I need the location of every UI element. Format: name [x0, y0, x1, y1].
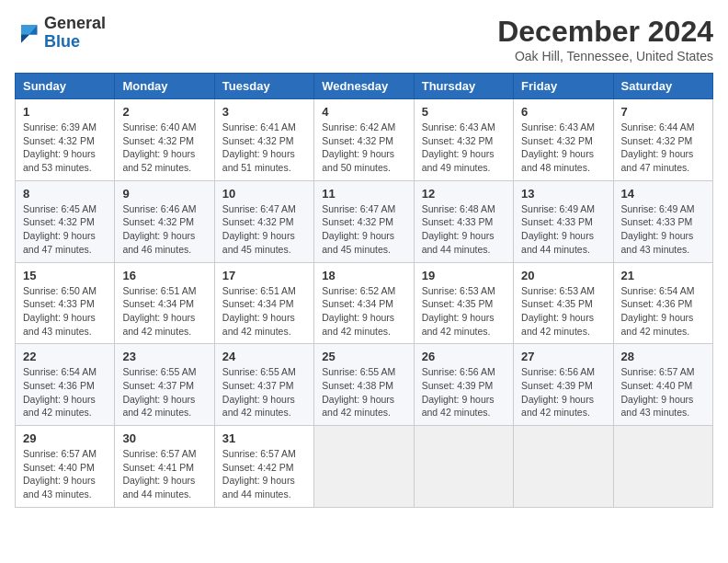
day-number: 6 [521, 105, 605, 119]
day-number: 2 [122, 105, 206, 119]
day-number: 14 [621, 187, 705, 201]
day-number: 27 [521, 350, 605, 363]
calendar-day-cell: 19Sunrise: 6:53 AMSunset: 4:35 PMDayligh… [414, 262, 513, 344]
day-detail: Sunrise: 6:39 AMSunset: 4:32 PMDaylight:… [23, 121, 107, 175]
calendar-day-cell: 23Sunrise: 6:55 AMSunset: 4:37 PMDayligh… [115, 344, 214, 426]
day-number: 12 [422, 187, 506, 201]
calendar-day-cell: 14Sunrise: 6:49 AMSunset: 4:33 PMDayligh… [613, 180, 712, 262]
day-detail: Sunrise: 6:47 AMSunset: 4:32 PMDaylight:… [322, 202, 405, 257]
day-number: 24 [222, 350, 306, 363]
calendar-day-cell: 3Sunrise: 6:41 AMSunset: 4:32 PMDaylight… [214, 99, 313, 181]
calendar-week-row: 22Sunrise: 6:54 AMSunset: 4:36 PMDayligh… [16, 344, 713, 426]
svg-marker-2 [21, 35, 29, 43]
day-of-week-header: Saturday [613, 74, 712, 99]
day-number: 8 [23, 187, 107, 201]
day-of-week-header: Sunday [16, 74, 115, 99]
day-number: 10 [222, 187, 306, 201]
day-detail: Sunrise: 6:55 AMSunset: 4:37 PMDaylight:… [222, 365, 306, 419]
day-number: 9 [122, 187, 206, 201]
calendar-day-cell: 7Sunrise: 6:44 AMSunset: 4:32 PMDaylight… [613, 99, 712, 181]
calendar-day-cell: 15Sunrise: 6:50 AMSunset: 4:33 PMDayligh… [16, 262, 115, 344]
day-detail: Sunrise: 6:48 AMSunset: 4:33 PMDaylight:… [422, 202, 506, 257]
day-number: 15 [23, 269, 107, 282]
day-detail: Sunrise: 6:53 AMSunset: 4:35 PMDaylight:… [521, 284, 605, 339]
calendar-day-cell [613, 426, 712, 508]
day-detail: Sunrise: 6:42 AMSunset: 4:32 PMDaylight:… [322, 121, 405, 175]
day-number: 20 [521, 269, 605, 282]
day-number: 11 [322, 187, 405, 201]
calendar-day-cell: 31Sunrise: 6:57 AMSunset: 4:42 PMDayligh… [214, 426, 313, 508]
day-detail: Sunrise: 6:49 AMSunset: 4:33 PMDaylight:… [621, 202, 705, 257]
day-number: 17 [222, 269, 306, 282]
day-detail: Sunrise: 6:49 AMSunset: 4:33 PMDaylight:… [521, 202, 605, 257]
day-number: 22 [23, 350, 107, 363]
day-number: 30 [122, 431, 206, 445]
day-number: 21 [621, 269, 705, 282]
calendar-week-row: 29Sunrise: 6:57 AMSunset: 4:40 PMDayligh… [16, 426, 713, 508]
day-detail: Sunrise: 6:51 AMSunset: 4:34 PMDaylight:… [222, 284, 306, 339]
calendar-day-cell: 24Sunrise: 6:55 AMSunset: 4:37 PMDayligh… [214, 344, 313, 426]
calendar-day-cell: 12Sunrise: 6:48 AMSunset: 4:33 PMDayligh… [414, 180, 513, 262]
calendar-body: 1Sunrise: 6:39 AMSunset: 4:32 PMDaylight… [16, 99, 713, 508]
day-of-week-header: Tuesday [214, 74, 313, 99]
day-detail: Sunrise: 6:45 AMSunset: 4:32 PMDaylight:… [23, 202, 107, 257]
calendar-day-cell: 21Sunrise: 6:54 AMSunset: 4:36 PMDayligh… [613, 262, 712, 344]
day-detail: Sunrise: 6:56 AMSunset: 4:39 PMDaylight:… [521, 365, 605, 419]
day-number: 5 [422, 105, 506, 119]
day-detail: Sunrise: 6:57 AMSunset: 4:40 PMDaylight:… [621, 365, 705, 419]
day-detail: Sunrise: 6:50 AMSunset: 4:33 PMDaylight:… [23, 284, 107, 339]
calendar-day-cell: 6Sunrise: 6:43 AMSunset: 4:32 PMDaylight… [514, 99, 613, 181]
calendar-day-cell: 16Sunrise: 6:51 AMSunset: 4:34 PMDayligh… [115, 262, 214, 344]
day-detail: Sunrise: 6:55 AMSunset: 4:37 PMDaylight:… [122, 365, 206, 419]
month-year-title: December 2024 [497, 15, 713, 49]
day-number: 23 [122, 350, 206, 363]
calendar-day-cell: 4Sunrise: 6:42 AMSunset: 4:32 PMDaylight… [314, 99, 414, 181]
day-number: 28 [621, 350, 705, 363]
day-detail: Sunrise: 6:43 AMSunset: 4:32 PMDaylight:… [422, 121, 506, 175]
calendar-day-cell: 28Sunrise: 6:57 AMSunset: 4:40 PMDayligh… [613, 344, 712, 426]
location-subtitle: Oak Hill, Tennessee, United States [497, 49, 713, 63]
calendar-day-cell: 11Sunrise: 6:47 AMSunset: 4:32 PMDayligh… [314, 180, 414, 262]
calendar-day-cell: 27Sunrise: 6:56 AMSunset: 4:39 PMDayligh… [514, 344, 613, 426]
day-number: 7 [621, 105, 705, 119]
day-detail: Sunrise: 6:44 AMSunset: 4:32 PMDaylight:… [621, 121, 705, 175]
calendar-day-cell: 25Sunrise: 6:55 AMSunset: 4:38 PMDayligh… [314, 344, 414, 426]
title-block: December 2024 Oak Hill, Tennessee, Unite… [497, 15, 713, 63]
day-number: 19 [422, 269, 506, 282]
logo: General Blue [15, 15, 106, 52]
day-number: 29 [23, 431, 107, 445]
calendar-day-cell: 17Sunrise: 6:51 AMSunset: 4:34 PMDayligh… [214, 262, 313, 344]
day-of-week-header: Wednesday [314, 74, 414, 99]
day-detail: Sunrise: 6:40 AMSunset: 4:32 PMDaylight:… [122, 121, 206, 175]
calendar-day-cell: 9Sunrise: 6:46 AMSunset: 4:32 PMDaylight… [115, 180, 214, 262]
calendar-day-cell: 29Sunrise: 6:57 AMSunset: 4:40 PMDayligh… [16, 426, 115, 508]
calendar-table: SundayMondayTuesdayWednesdayThursdayFrid… [15, 73, 713, 508]
day-detail: Sunrise: 6:56 AMSunset: 4:39 PMDaylight:… [422, 365, 506, 419]
calendar-week-row: 15Sunrise: 6:50 AMSunset: 4:33 PMDayligh… [16, 262, 713, 344]
day-detail: Sunrise: 6:46 AMSunset: 4:32 PMDaylight:… [122, 202, 206, 257]
day-detail: Sunrise: 6:54 AMSunset: 4:36 PMDaylight:… [621, 284, 705, 339]
calendar-header-row: SundayMondayTuesdayWednesdayThursdayFrid… [16, 74, 713, 99]
day-detail: Sunrise: 6:54 AMSunset: 4:36 PMDaylight:… [23, 365, 107, 419]
day-number: 13 [521, 187, 605, 201]
day-number: 25 [322, 350, 405, 363]
calendar-day-cell [314, 426, 414, 508]
calendar-day-cell: 1Sunrise: 6:39 AMSunset: 4:32 PMDaylight… [16, 99, 115, 181]
calendar-day-cell: 26Sunrise: 6:56 AMSunset: 4:39 PMDayligh… [414, 344, 513, 426]
day-detail: Sunrise: 6:57 AMSunset: 4:42 PMDaylight:… [222, 447, 306, 501]
day-of-week-header: Monday [115, 74, 214, 99]
calendar-day-cell [414, 426, 513, 508]
day-detail: Sunrise: 6:47 AMSunset: 4:32 PMDaylight:… [222, 202, 306, 257]
day-detail: Sunrise: 6:53 AMSunset: 4:35 PMDaylight:… [422, 284, 506, 339]
calendar-week-row: 8Sunrise: 6:45 AMSunset: 4:32 PMDaylight… [16, 180, 713, 262]
calendar-day-cell: 2Sunrise: 6:40 AMSunset: 4:32 PMDaylight… [115, 99, 214, 181]
calendar-day-cell: 5Sunrise: 6:43 AMSunset: 4:32 PMDaylight… [414, 99, 513, 181]
day-number: 26 [422, 350, 506, 363]
day-detail: Sunrise: 6:55 AMSunset: 4:38 PMDaylight:… [322, 365, 405, 419]
calendar-day-cell: 13Sunrise: 6:49 AMSunset: 4:33 PMDayligh… [514, 180, 613, 262]
day-detail: Sunrise: 6:41 AMSunset: 4:32 PMDaylight:… [222, 121, 306, 175]
calendar-day-cell: 22Sunrise: 6:54 AMSunset: 4:36 PMDayligh… [16, 344, 115, 426]
logo-icon [15, 20, 40, 46]
calendar-day-cell: 20Sunrise: 6:53 AMSunset: 4:35 PMDayligh… [514, 262, 613, 344]
day-detail: Sunrise: 6:43 AMSunset: 4:32 PMDaylight:… [521, 121, 605, 175]
